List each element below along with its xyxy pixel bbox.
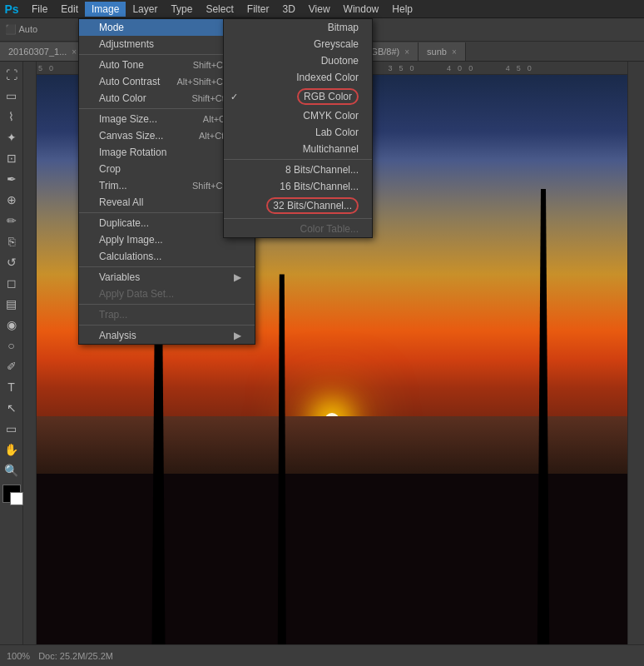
- menu-file[interactable]: File: [25, 2, 54, 17]
- menu-calculations[interactable]: Calculations...: [79, 248, 255, 265]
- mode-sep2: [224, 218, 372, 219]
- mode-greyscale[interactable]: Greyscale: [224, 36, 372, 52]
- mode-32bits[interactable]: 32 Bits/Channel...: [224, 195, 372, 216]
- sep4: [79, 266, 255, 267]
- menu-variables[interactable]: Variables ▶: [79, 269, 255, 286]
- menu-type[interactable]: Type: [164, 2, 199, 17]
- tool-options: ⬛ Auto: [5, 24, 37, 35]
- mode-sep1: [224, 159, 372, 160]
- left-toolbar: ⛶ ▭ ⌇ ✦ ⊡ ✒ ⊕ ✏ ⎘ ↺ ◻ ▤ ◉ ○ ✐ T ↖ ▭ ✋ 🔍: [0, 62, 23, 644]
- menu-filter[interactable]: Filter: [240, 2, 276, 17]
- menu-3d[interactable]: 3D: [275, 2, 301, 17]
- menu-edit[interactable]: Edit: [54, 2, 85, 17]
- lasso-tool[interactable]: ⌇: [2, 107, 22, 127]
- history-brush-tool[interactable]: ↺: [2, 252, 22, 272]
- clone-tool[interactable]: ⎘: [2, 231, 22, 251]
- sep6: [79, 325, 255, 326]
- mode-16bits[interactable]: 16 Bits/Channel...: [224, 178, 372, 195]
- rgb-color-label: RGB Color: [297, 88, 359, 105]
- menu-select[interactable]: Select: [199, 2, 240, 17]
- healing-tool[interactable]: ⊕: [2, 190, 22, 210]
- type-tool[interactable]: T: [2, 377, 22, 397]
- right-panel: [627, 62, 644, 644]
- brush-tool[interactable]: ✏: [2, 211, 22, 231]
- rectangle-tool[interactable]: ▭: [2, 419, 22, 439]
- eraser-tool[interactable]: ◻: [2, 273, 22, 293]
- mode-multichannel[interactable]: Multichannel: [224, 141, 372, 157]
- sep5: [79, 304, 255, 305]
- mode-lab-color[interactable]: Lab Color: [224, 124, 372, 141]
- app-logo: Ps: [3, 1, 20, 17]
- mode-indexed-color[interactable]: Indexed Color: [224, 69, 372, 86]
- close-tab-4[interactable]: ×: [452, 47, 457, 57]
- hand-tool[interactable]: ✋: [2, 440, 22, 460]
- status-bar: 100% Doc: 25.2M/25.2M: [0, 644, 644, 666]
- foreground-color[interactable]: [2, 485, 21, 503]
- tab-1[interactable]: 20160307_1... ×: [0, 42, 86, 61]
- gradient-tool[interactable]: ▤: [2, 294, 22, 314]
- mode-8bits[interactable]: 8 Bits/Channel...: [224, 162, 372, 178]
- menu-apply-data-set[interactable]: Apply Data Set...: [79, 286, 255, 302]
- menu-bar: Ps File Edit Image Layer Type Select Fil…: [0, 0, 644, 18]
- menu-help[interactable]: Help: [385, 2, 419, 17]
- blur-tool[interactable]: ◉: [2, 315, 22, 335]
- mode-color-table[interactable]: Color Table...: [224, 221, 372, 237]
- mode-rgb-color[interactable]: ✓ RGB Color: [224, 86, 372, 107]
- mode-bitmap[interactable]: Bitmap: [224, 19, 372, 36]
- mode-duotone[interactable]: Duotone: [224, 52, 372, 69]
- eyedropper-tool[interactable]: ✒: [2, 169, 22, 189]
- 32bits-label: 32 Bits/Channel...: [266, 197, 359, 214]
- zoom-tool[interactable]: 🔍: [2, 460, 22, 480]
- zoom-level: 100%: [7, 651, 30, 661]
- crop-tool[interactable]: ⊡: [2, 148, 22, 168]
- marquee-tool[interactable]: ▭: [2, 86, 22, 106]
- tab-4[interactable]: sunb ×: [419, 42, 466, 61]
- variables-arrow: ▶: [234, 271, 241, 283]
- pen-tool[interactable]: ✐: [2, 356, 22, 376]
- menu-trap[interactable]: Trap...: [79, 306, 255, 323]
- dodge-tool[interactable]: ○: [2, 335, 22, 355]
- menu-view[interactable]: View: [302, 2, 337, 17]
- analysis-arrow: ▶: [234, 330, 241, 341]
- doc-info: Doc: 25.2M/25.2M: [38, 651, 113, 661]
- mode-cmyk-color[interactable]: CMYK Color: [224, 107, 372, 124]
- path-select-tool[interactable]: ↖: [2, 398, 22, 418]
- quick-select-tool[interactable]: ✦: [2, 127, 22, 147]
- mode-submenu-popup: Bitmap Greyscale Duotone Indexed Color ✓…: [223, 18, 373, 238]
- menu-image[interactable]: Image: [85, 2, 126, 17]
- background-color[interactable]: [10, 492, 23, 505]
- close-tab-3[interactable]: ×: [404, 47, 409, 57]
- menu-window[interactable]: Window: [337, 2, 386, 17]
- menu-analysis[interactable]: Analysis ▶: [79, 327, 255, 344]
- move-tool[interactable]: ⛶: [2, 65, 22, 85]
- menu-layer[interactable]: Layer: [126, 2, 164, 17]
- ruler-vertical: [23, 62, 37, 644]
- close-tab-1[interactable]: ×: [72, 47, 77, 57]
